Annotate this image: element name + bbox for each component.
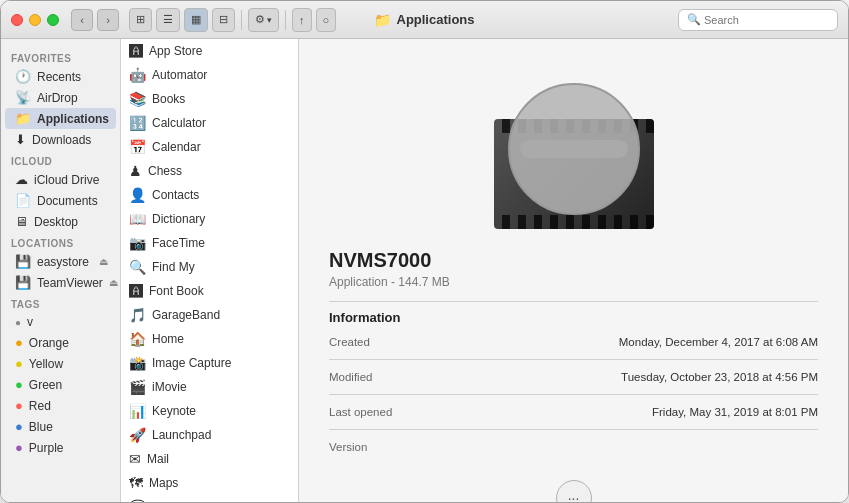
file-item-imovie[interactable]: 🎬 iMovie xyxy=(121,375,298,399)
info-label-version: Version xyxy=(329,441,367,453)
file-item-mail[interactable]: ✉ Mail xyxy=(121,447,298,471)
preview-panel: NVMS7000 Application - 144.7 MB Informat… xyxy=(299,39,848,502)
file-item-keynote[interactable]: 📊 Keynote xyxy=(121,399,298,423)
search-input[interactable] xyxy=(704,14,829,26)
search-box[interactable]: 🔍 xyxy=(678,9,838,31)
tag-red-icon: ● xyxy=(15,398,23,413)
file-item-facetime[interactable]: 📷 FaceTime xyxy=(121,231,298,255)
eject-easystore-button[interactable]: ⏏ xyxy=(99,256,108,267)
mail-icon: ✉ xyxy=(129,451,141,467)
info-row-modified: Modified Tuesday, October 23, 2018 at 4:… xyxy=(329,368,818,386)
garageband-icon: 🎵 xyxy=(129,307,146,323)
action-button[interactable]: ⚙ ▾ xyxy=(248,8,279,32)
desktop-icon: 🖥 xyxy=(15,214,28,229)
sidebar-item-tag-red[interactable]: ● Red xyxy=(5,395,116,416)
sidebar-item-icloud-drive[interactable]: ☁ iCloud Drive xyxy=(5,169,116,190)
automator-icon: 🤖 xyxy=(129,67,146,83)
titlebar: ‹ › ⊞ ☰ ▦ ⊟ ⚙ ▾ ↑ xyxy=(1,1,848,39)
file-item-automator[interactable]: 🤖 Automator xyxy=(121,63,298,87)
info-row-created: Created Monday, December 4, 2017 at 6:08… xyxy=(329,333,818,351)
file-label: App Store xyxy=(149,44,202,58)
maps-icon: 🗺 xyxy=(129,475,143,491)
find-my-icon: 🔍 xyxy=(129,259,146,275)
sidebar-item-easystore[interactable]: 💾 easystore ⏏ xyxy=(5,251,116,272)
sidebar-item-teamviewer[interactable]: 💾 TeamViewer ⏏ xyxy=(5,272,116,293)
share-button[interactable]: ↑ xyxy=(292,8,312,32)
sidebar-item-airdrop[interactable]: 📡 AirDrop xyxy=(5,87,116,108)
file-item-garageband[interactable]: 🎵 GarageBand xyxy=(121,303,298,327)
file-label: Maps xyxy=(149,476,178,490)
file-label: Messages xyxy=(152,500,207,502)
tag-button[interactable]: ○ xyxy=(316,8,337,32)
sidebar-item-tag-blue[interactable]: ● Blue xyxy=(5,416,116,437)
file-item-find-my[interactable]: 🔍 Find My xyxy=(121,255,298,279)
info-value-modified: Tuesday, October 23, 2018 at 4:56 PM xyxy=(621,371,818,383)
file-label: Home xyxy=(152,332,184,346)
sidebar-label: Recents xyxy=(37,70,81,84)
eject-teamviewer-button[interactable]: ⏏ xyxy=(109,277,118,288)
main-content: Favorites 🕐 Recents 📡 AirDrop 📁 Applicat… xyxy=(1,39,848,502)
view-list-button[interactable]: ☰ xyxy=(156,8,180,32)
file-item-chess[interactable]: ♟ Chess xyxy=(121,159,298,183)
sidebar-item-tag-orange[interactable]: ● Orange xyxy=(5,332,116,353)
more-icon: ··· xyxy=(568,490,580,502)
view-columns-button[interactable]: ▦ xyxy=(184,8,208,32)
sidebar-item-applications[interactable]: 📁 Applications xyxy=(5,108,116,129)
file-label: Calculator xyxy=(152,116,206,130)
file-label: FaceTime xyxy=(152,236,205,250)
icloud-icon: ☁ xyxy=(15,172,28,187)
file-item-maps[interactable]: 🗺 Maps xyxy=(121,471,298,495)
messages-icon: 💬 xyxy=(129,499,146,502)
view-gallery-button[interactable]: ⊟ xyxy=(212,8,235,32)
sidebar-item-desktop[interactable]: 🖥 Desktop xyxy=(5,211,116,232)
facetime-icon: 📷 xyxy=(129,235,146,251)
file-item-messages[interactable]: 💬 Messages xyxy=(121,495,298,502)
file-item-contacts[interactable]: 👤 Contacts xyxy=(121,183,298,207)
no-entry-symbol xyxy=(504,79,634,209)
grid-view-icon: ⊞ xyxy=(136,13,145,26)
sidebar-item-tag-green[interactable]: ● Green xyxy=(5,374,116,395)
sidebar-label: v xyxy=(27,315,33,329)
maximize-button[interactable] xyxy=(47,14,59,26)
easystore-icon: 💾 xyxy=(15,254,31,269)
tag-v-icon: ● xyxy=(15,317,21,328)
image-capture-icon: 📸 xyxy=(129,355,146,371)
file-item-calendar[interactable]: 📅 Calendar xyxy=(121,135,298,159)
file-item-app-store[interactable]: 🅰 App Store xyxy=(121,39,298,63)
sidebar-item-tag-purple[interactable]: ● Purple xyxy=(5,437,116,458)
file-item-calculator[interactable]: 🔢 Calculator xyxy=(121,111,298,135)
sidebar-item-downloads[interactable]: ⬇ Downloads xyxy=(5,129,116,150)
sidebar-item-documents[interactable]: 📄 Documents xyxy=(5,190,116,211)
file-item-books[interactable]: 📚 Books xyxy=(121,87,298,111)
file-item-launchpad[interactable]: 🚀 Launchpad xyxy=(121,423,298,447)
minimize-button[interactable] xyxy=(29,14,41,26)
file-label: Keynote xyxy=(152,404,196,418)
app-type: Application - 144.7 MB xyxy=(329,275,818,289)
divider3 xyxy=(329,394,818,395)
more-button[interactable]: ··· xyxy=(556,480,592,502)
sidebar-label: Yellow xyxy=(29,357,63,371)
sidebar-item-tag-v[interactable]: ● v xyxy=(5,312,116,332)
teamviewer-icon: 💾 xyxy=(15,275,31,290)
close-button[interactable] xyxy=(11,14,23,26)
forward-button[interactable]: › xyxy=(97,9,119,31)
file-item-home[interactable]: 🏠 Home xyxy=(121,327,298,351)
sidebar-item-recents[interactable]: 🕐 Recents xyxy=(5,66,116,87)
info-row-version: Version xyxy=(329,438,818,456)
divider xyxy=(329,301,818,302)
back-button[interactable]: ‹ xyxy=(71,9,93,31)
window-title: 📁 Applications xyxy=(374,12,474,28)
folder-icon: 📁 xyxy=(374,12,391,28)
file-item-image-capture[interactable]: 📸 Image Capture xyxy=(121,351,298,375)
airdrop-icon: 📡 xyxy=(15,90,31,105)
sidebar-item-tag-yellow[interactable]: ● Yellow xyxy=(5,353,116,374)
view-icons-button[interactable]: ⊞ xyxy=(129,8,152,32)
sidebar-label: iCloud Drive xyxy=(34,173,99,187)
sidebar-label: Purple xyxy=(29,441,64,455)
file-item-font-book[interactable]: 🅰 Font Book xyxy=(121,279,298,303)
app-store-icon: 🅰 xyxy=(129,43,143,59)
tag-yellow-icon: ● xyxy=(15,356,23,371)
file-item-dictionary[interactable]: 📖 Dictionary xyxy=(121,207,298,231)
toolbar-separator2 xyxy=(285,10,286,30)
toolbar-separator xyxy=(241,10,242,30)
